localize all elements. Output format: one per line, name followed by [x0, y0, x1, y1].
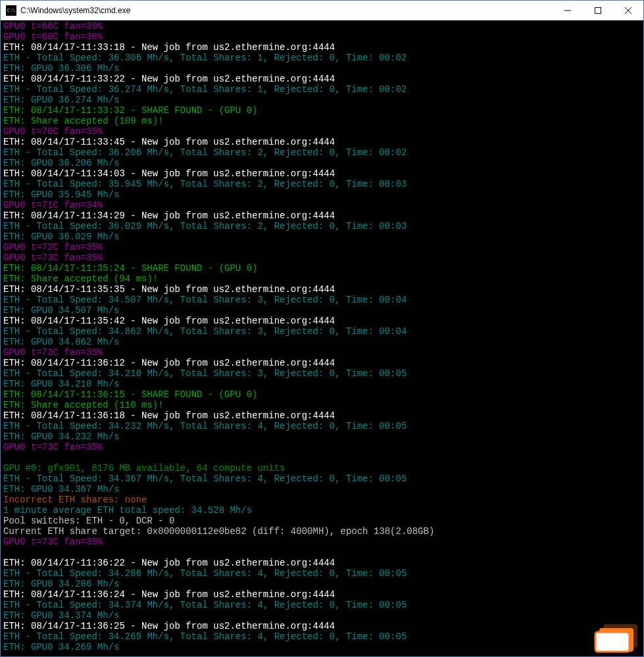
console-line: ETH: GPU0 34.862 Mh/s: [3, 337, 641, 347]
console-line: ETH - Total Speed: 34.232 Mh/s, Total Sh…: [3, 421, 641, 431]
console-line: ETH: 08/14/17-11:35:42 - New job from us…: [3, 316, 641, 326]
console-line: ETH: Share accepted (110 ms)!: [3, 400, 641, 410]
console-line: [3, 452, 641, 463]
svg-rect-0: [595, 7, 601, 13]
console-line: ETH: GPU0 34.210 Mh/s: [3, 379, 641, 389]
console-line: ETH: GPU0 34.507 Mh/s: [3, 305, 641, 316]
console-line: 1 minute average ETH total speed: 34.528…: [3, 505, 641, 516]
console-line: GPU0 t=73C fan=35%: [3, 442, 641, 452]
console-line: ETH: 08/14/17-11:35:24 - SHARE FOUND - (…: [3, 263, 641, 274]
console-line: ETH: 08/14/17-11:35:35 - New job from us…: [3, 284, 641, 295]
cmd-icon: [6, 5, 16, 16]
console-line: ETH - Total Speed: 34.210 Mh/s, Total Sh…: [3, 368, 641, 379]
console-line: Pool switches: ETH - 0, DCR - 0: [3, 516, 641, 526]
console-line: ETH: GPU0 36.029 Mh/s: [3, 231, 641, 242]
console-line: ETH: GPU0 34.367 Mh/s: [3, 484, 641, 495]
console-line: ETH: 08/14/17-11:33:45 - New job from us…: [3, 137, 641, 147]
console-line: ETH: GPU0 36.274 Mh/s: [3, 95, 641, 105]
console-line: ETH: 08/14/17-11:34:29 - New job from us…: [3, 210, 641, 221]
console-line: GPU0 t=70C fan=35%: [3, 126, 641, 137]
console-line: ETH: Share accepted (109 ms)!: [3, 116, 641, 126]
cmd-window: C:\Windows\system32\cmd.exe GPU0 t=66C f…: [0, 0, 644, 657]
console-line: ETH: 08/14/17-11:36:24 - New job from us…: [3, 589, 641, 600]
console-line: ETH - Total Speed: 36.029 Mh/s, Total Sh…: [3, 221, 641, 231]
console-line: ETH: GPU0 34.232 Mh/s: [3, 431, 641, 442]
console-line: Current ETH share target: 0x0000000112e0…: [3, 526, 641, 537]
console-line: GPU0 t=73C fan=35%: [3, 347, 641, 358]
console-line: ETH - Total Speed: 34.286 Mh/s, Total Sh…: [3, 568, 641, 579]
console-line: ETH: 08/14/17-11:36:12 - New job from us…: [3, 358, 641, 368]
console-line: Incorrect ETH shares: none: [3, 495, 641, 505]
console-line: ETH: GPU0 36.206 Mh/s: [3, 158, 641, 168]
console-line: ETH - Total Speed: 34.269 Mh/s, Total Sh…: [3, 631, 641, 642]
console-line: [3, 547, 641, 558]
console-line: ETH: 08/14/17-11:34:03 - New job from us…: [3, 168, 641, 179]
console-line: ETH - Total Speed: 35.945 Mh/s, Total Sh…: [3, 179, 641, 189]
console-line: ETH: GPU0 34.286 Mh/s: [3, 579, 641, 589]
console-line: GPU0 t=73C fan=35%: [3, 537, 641, 547]
titlebar[interactable]: C:\Windows\system32\cmd.exe: [1, 1, 643, 20]
maximize-icon: [595, 7, 601, 14]
console-line: ETH: GPU0 34.374 Mh/s: [3, 610, 641, 621]
console-line: ETH: 08/14/17-11:36:15 - SHARE FOUND - (…: [3, 389, 641, 400]
console-line: ETH - Total Speed: 36.274 Mh/s, Total Sh…: [3, 84, 641, 95]
console-line: ETH - Total Speed: 34.374 Mh/s, Total Sh…: [3, 600, 641, 610]
console-line: ETH: 08/14/17-11:36:25 - New job from us…: [3, 621, 641, 631]
console-line: GPU0 t=66C fan=39%: [3, 21, 641, 32]
console-line: ETH - Total Speed: 34.367 Mh/s, Total Sh…: [3, 474, 641, 484]
console-line: ETH - Total Speed: 34.862 Mh/s, Total Sh…: [3, 326, 641, 337]
console-line: ETH - Total Speed: 36.206 Mh/s, Total Sh…: [3, 147, 641, 158]
console-line: ETH: GPU0 35.945 Mh/s: [3, 189, 641, 200]
window-title: C:\Windows\system32\cmd.exe: [20, 6, 553, 15]
console-line: GPU0 t=71C fan=34%: [3, 200, 641, 210]
maximize-button[interactable]: [583, 1, 613, 20]
window-controls: [553, 1, 643, 20]
close-button[interactable]: [613, 1, 643, 20]
console-line: ETH: GPU0 36.306 Mh/s: [3, 63, 641, 74]
console-line: GPU0 t=68C fan=36%: [3, 32, 641, 42]
console-line: ETH - Total Speed: 34.507 Mh/s, Total Sh…: [3, 295, 641, 305]
console-line: GPU0 t=73C fan=35%: [3, 253, 641, 263]
console-line: ETH: 08/14/17-11:36:18 - New job from us…: [3, 410, 641, 421]
console-line: ETH: 08/14/17-11:33:32 - SHARE FOUND - (…: [3, 105, 641, 116]
minimize-button[interactable]: [553, 1, 583, 20]
console-line: ETH: 08/14/17-11:36:22 - New job from us…: [3, 558, 641, 568]
close-icon: [625, 7, 632, 14]
console-line: ETH: 08/14/17-11:33:22 - New job from us…: [3, 74, 641, 84]
console-line: ETH: 08/14/17-11:33:18 - New job from us…: [3, 42, 641, 53]
console-output[interactable]: GPU0 t=66C fan=39%GPU0 t=68C fan=36%ETH:…: [1, 20, 643, 656]
console-line: GPU #0: gfx901, 8176 MB available, 64 co…: [3, 463, 641, 474]
console-line: ETH - Total Speed: 36.306 Mh/s, Total Sh…: [3, 53, 641, 63]
console-line: ETH: GPU0 34.269 Mh/s: [3, 642, 641, 652]
minimize-icon: [564, 7, 571, 14]
console-line: ETH: Share accepted (94 ms)!: [3, 274, 641, 284]
console-line: GPU0 t=72C fan=35%: [3, 242, 641, 253]
